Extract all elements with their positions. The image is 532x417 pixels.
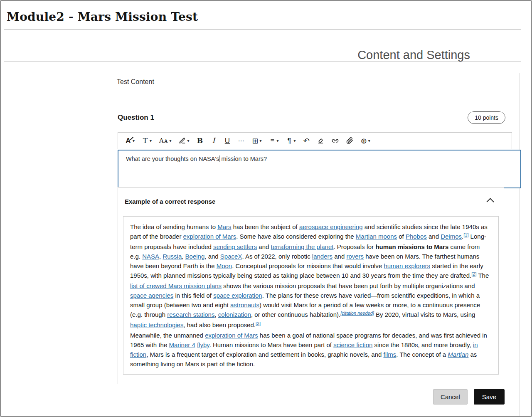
cancel-button[interactable]: Cancel (433, 389, 468, 405)
inline-link[interactable]: Russia (163, 253, 182, 260)
body-text: , (214, 311, 218, 318)
body-text: , (182, 253, 185, 260)
inline-link[interactable]: aerospace engineering (299, 223, 363, 230)
example-response-panel: Example of a correct response The idea o… (118, 187, 504, 384)
inline-link[interactable]: Mars (217, 223, 231, 230)
body-text: , and (204, 253, 220, 260)
highlight-icon (179, 137, 186, 144)
reference-link[interactable]: [2] (471, 271, 476, 276)
inline-link[interactable]: rovers (346, 253, 364, 260)
inline-link[interactable]: haptic technologies (130, 321, 183, 328)
inline-link[interactable]: science fiction (333, 341, 372, 348)
inline-link[interactable]: sending settlers (213, 243, 257, 250)
body-text: and (427, 233, 441, 240)
toolbar-align-button[interactable]: ≡▾ (267, 136, 281, 146)
body-text: , Mars is a frequent target of explorati… (146, 351, 383, 358)
question-prompt-editor[interactable]: What are your thoughts on NASA's mission… (118, 150, 521, 188)
toolbar-link-button[interactable] (330, 136, 341, 146)
font-size-icon: Aᴀ (159, 137, 168, 145)
chevron-up-icon (486, 198, 494, 205)
inline-link[interactable]: SpaceX (220, 253, 242, 260)
body-text: , or other continuous habitation). (251, 311, 340, 318)
inline-link[interactable]: list of crewed Mars mission plans (130, 282, 222, 289)
toolbar-bold-button[interactable]: B (195, 136, 205, 146)
toolbar-table-button[interactable]: ⊞▾ (250, 136, 264, 146)
inline-link[interactable]: space agencies (130, 292, 173, 299)
inline-link[interactable]: Martian moons (356, 233, 397, 240)
toolbar-highlight-button[interactable]: ▾ (177, 136, 191, 146)
rich-text-toolbar: A▾T▾Aᴀ▾▾BIU⋯⊞▾≡▾¶▾↶⊕▾ (118, 132, 512, 149)
link-icon (332, 137, 339, 144)
inline-link[interactable]: films (384, 351, 397, 358)
inline-link[interactable]: Mariner 4 (169, 341, 195, 348)
toolbar-undo-button[interactable]: ↶ (301, 136, 312, 146)
test-content-label: Test Content (117, 78, 154, 86)
toolbar-clear-formatting-button[interactable] (315, 136, 326, 146)
body-text: . Proposals for (333, 243, 375, 250)
body-text: and (332, 253, 346, 260)
inline-link[interactable]: Deimos (441, 233, 462, 240)
dropdown-caret-icon: ▾ (150, 139, 152, 143)
text-color-icon: A (125, 137, 131, 145)
toolbar-paragraph-button[interactable]: ¶▾ (284, 136, 298, 146)
body-text: shows the various mission proposals that… (222, 282, 475, 289)
reference-link[interactable]: [citation needed] (340, 311, 374, 316)
inline-link[interactable]: exploration of Mars (183, 233, 236, 240)
undo-icon: ↶ (303, 137, 310, 145)
body-text: , had also been proposed. (183, 321, 255, 328)
bold-text: human missions to Mars (375, 243, 448, 250)
toolbar-font-size-button[interactable]: Aᴀ▾ (157, 136, 173, 146)
body-text: . As of 2022, only robotic (242, 253, 312, 260)
question-header-row: Question 1 10 points (118, 111, 505, 124)
collapse-example-button[interactable] (486, 196, 495, 206)
toolbar-font-family-button[interactable]: T▾ (140, 136, 154, 146)
attachment-icon (346, 137, 353, 144)
inline-link[interactable]: Moon (217, 262, 232, 269)
inline-link[interactable]: space exploration (213, 292, 262, 299)
dropdown-caret-icon: ▾ (277, 139, 279, 143)
inline-link[interactable]: flyby (197, 341, 209, 348)
inline-link[interactable]: Martian (448, 351, 468, 358)
example-response-text[interactable]: The idea of sending humans to Mars has b… (123, 216, 499, 375)
body-text: The idea of sending humans to (130, 223, 217, 230)
dropdown-caret-icon: ▾ (260, 139, 262, 143)
dropdown-caret-icon: ▾ (294, 139, 296, 143)
reference-link[interactable]: [3] (256, 321, 261, 326)
dropdown-caret-icon: ▾ (133, 139, 135, 143)
dropdown-caret-icon: ▾ (187, 139, 189, 143)
example-paragraph: Meanwhile, the unmanned exploration of M… (130, 331, 492, 369)
section-divider (4, 62, 521, 62)
inline-link[interactable]: landers (312, 253, 332, 260)
question-prompt-text-after: mission to Mars? (219, 155, 267, 162)
body-text: in this field of (173, 292, 213, 299)
body-text: The (477, 272, 489, 279)
body-text: . The concept of a (396, 351, 448, 358)
inline-link[interactable]: Boeing (185, 253, 205, 260)
toolbar-attachment-button[interactable] (344, 136, 355, 146)
example-paragraph: The idea of sending humans to Mars has b… (130, 222, 492, 331)
body-text: has been the subject of (231, 223, 299, 230)
inline-link[interactable]: astronauts (230, 301, 259, 308)
inline-link[interactable]: human explorers (384, 262, 430, 269)
inline-link[interactable]: NASA (142, 253, 159, 260)
italic-icon: I (210, 137, 217, 145)
inline-link[interactable]: terraforming the planet (271, 243, 334, 250)
inline-link[interactable]: colonization (218, 311, 251, 318)
toolbar-more-formatting-button[interactable]: ⋯ (236, 136, 246, 146)
save-button[interactable]: Save (474, 389, 505, 405)
body-text: . Human missions to Mars have been part … (209, 341, 333, 348)
inline-link[interactable]: Phobos (406, 233, 427, 240)
body-text: By 2020, virtual visits to Mars, using (374, 311, 475, 318)
inline-link[interactable]: research stations (167, 311, 214, 318)
toolbar-text-color-button[interactable]: A▾ (123, 136, 137, 146)
toolbar-italic-button[interactable]: I (208, 136, 219, 146)
question-title: Question 1 (118, 114, 154, 122)
reference-link[interactable]: [1] (463, 232, 468, 237)
points-badge[interactable]: 10 points (468, 111, 505, 124)
scrollbar-track[interactable] (520, 73, 520, 416)
inline-link[interactable]: exploration of Mars (205, 332, 258, 339)
underline-icon: U (224, 137, 230, 145)
toolbar-insert-content-button[interactable]: ⊕▾ (359, 136, 372, 146)
question-prompt-text: What are your thoughts on NASA's (126, 155, 219, 162)
toolbar-underline-button[interactable]: U (222, 136, 232, 146)
